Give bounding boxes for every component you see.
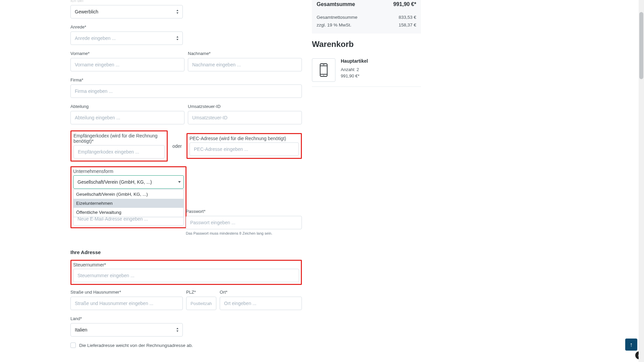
oder-label: oder	[172, 143, 182, 149]
passwort-hint: Das Passwort muss mindestens 8 Zeichen l…	[186, 231, 302, 235]
arrow-up-icon: ↑	[630, 341, 633, 348]
net-value: 833,53 €	[398, 15, 416, 20]
vat-label: zzgl. 19 % MwSt.	[317, 22, 352, 27]
utf-option-1[interactable]: Eizelunternehmen	[73, 199, 183, 208]
ust-label: Umsatzsteuer-ID	[188, 104, 302, 109]
scrollbar-thumb[interactable]	[639, 12, 643, 79]
anrede-select[interactable]: Anrede eingeben ...	[70, 32, 183, 45]
strasse-label: Straße und Hausnummer*	[70, 290, 183, 295]
land-label: Land*	[70, 316, 183, 321]
cart-title: Warenkorb	[312, 40, 421, 49]
anrede-label: Anrede*	[70, 24, 183, 29]
total-value: 991,90 €*	[393, 1, 416, 7]
ich-bin-value: Gewerblich	[75, 9, 98, 14]
abteilung-label: Abteilung	[70, 104, 184, 109]
utf-value: Gesellschaft/Verein (GmbH, KG, ...)	[77, 179, 152, 185]
total-label: Gesamtsumme	[317, 1, 355, 7]
abteilung-input[interactable]	[70, 111, 184, 124]
vorname-label: Vorname*	[70, 51, 184, 56]
passwort-label: Passwort*	[186, 209, 302, 214]
utf-label: Unternehmensform	[73, 169, 184, 174]
vorname-input[interactable]	[70, 58, 184, 71]
pec-label: PEC-Adresse (wird für die Rechnung benöt…	[190, 136, 299, 141]
ort-label: Ort*	[220, 290, 302, 295]
updown-icon	[176, 327, 179, 332]
updown-icon	[176, 9, 179, 14]
cart-item-price: 991,90 €*	[341, 73, 421, 78]
plz-label: PLZ*	[186, 290, 216, 295]
cart-item-name: Hauptartikel	[341, 58, 421, 64]
utf-select[interactable]: Gesellschaft/Verein (GmbH, KG, ...) Gese…	[73, 175, 184, 189]
empfaenger-label: Empfängerkodex (wird für die Rechnung be…	[73, 133, 165, 144]
steuer-input[interactable]	[73, 269, 299, 282]
ust-input[interactable]	[188, 111, 302, 124]
ort-input[interactable]	[220, 297, 302, 310]
scrollbar[interactable]	[639, 0, 644, 361]
cart-item: Hauptartikel Anzahl: 2 991,90 €*	[312, 54, 421, 87]
passwort-input[interactable]	[186, 216, 302, 229]
product-thumb	[312, 58, 335, 82]
ich-bin-label: Ich bin	[70, 0, 183, 3]
land-value: Italien	[75, 327, 87, 333]
svg-point-3	[323, 75, 324, 76]
chevron-down-icon	[178, 181, 181, 183]
phone-icon	[319, 63, 328, 77]
diff-shipping-label: Die Lieferadresse weicht von der Rechnun…	[79, 343, 193, 348]
net-label: Gesamtnettosumme	[317, 15, 358, 20]
vat-value: 158,37 €	[398, 22, 416, 27]
ihre-adresse-heading: Ihre Adresse	[70, 249, 302, 255]
scroll-top-button[interactable]: ↑	[625, 339, 637, 351]
firma-input[interactable]	[70, 84, 302, 98]
utf-option-2[interactable]: Öffentliche Verwaltung	[73, 208, 183, 217]
cart-item-qty: Anzahl: 2	[341, 67, 421, 72]
utf-option-0[interactable]: Gesellschaft/Verein (GmbH, KG, ...)	[73, 190, 183, 199]
ich-bin-select[interactable]: Gewerblich	[70, 5, 183, 18]
diff-shipping-checkbox[interactable]	[70, 343, 76, 348]
steuer-label: Steuernummer*	[73, 262, 299, 267]
pec-input[interactable]	[190, 142, 299, 156]
strasse-input[interactable]	[70, 297, 183, 310]
nachname-label: Nachname*	[188, 51, 302, 56]
land-select[interactable]: Italien	[70, 323, 183, 337]
firma-label: Firma*	[70, 77, 302, 82]
nachname-input[interactable]	[188, 58, 302, 71]
utf-dropdown: Gesellschaft/Verein (GmbH, KG, ...) Eize…	[73, 189, 184, 217]
plz-input[interactable]	[186, 297, 216, 310]
updown-icon	[176, 36, 179, 41]
anrede-placeholder: Anrede eingeben ...	[75, 36, 116, 41]
empfaenger-input[interactable]	[73, 145, 165, 159]
order-summary: Gesamtsumme 991,90 €* Gesamtnettosumme 8…	[312, 0, 421, 34]
